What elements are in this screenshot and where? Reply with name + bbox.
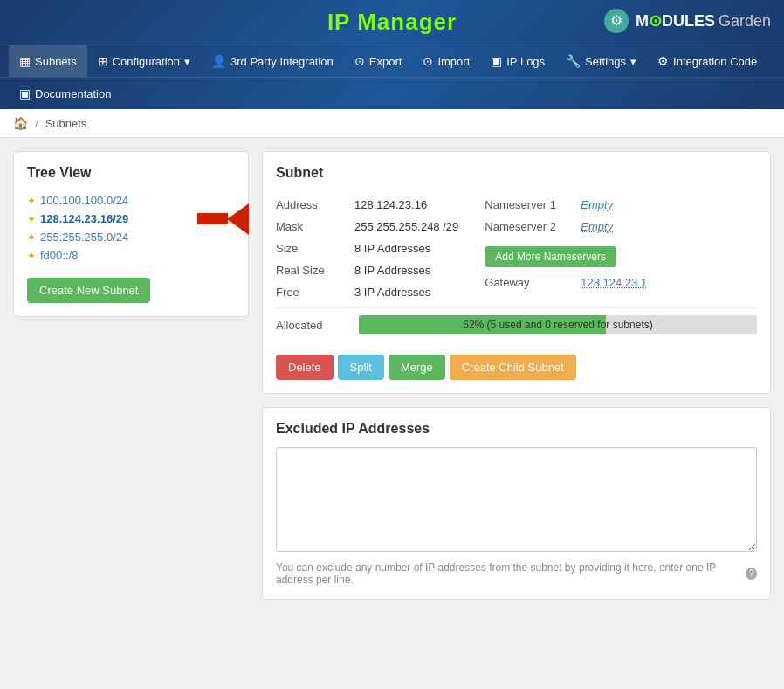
tree-items: ✦ 100.100.100.0/24 ✦ 128.124.23.16/29 ✦ … (27, 191, 235, 265)
progress-bar-container: 62% (5 used and 0 reserved for subnets) (359, 315, 757, 334)
real-size-value: 8 IP Addresses (354, 264, 430, 277)
nav-integration-code[interactable]: ⚙ Integration Code (647, 45, 767, 77)
tree-item-4-link[interactable]: fd00::/8 (40, 249, 78, 262)
breadcrumb-separator: / (35, 117, 38, 130)
tree-item-2-link[interactable]: 128.124.23.16/29 (40, 212, 128, 225)
subnets-icon: ▦ (19, 54, 31, 68)
mask-row: Mask 255.255.255.248 /29 (276, 216, 458, 238)
nav-settings[interactable]: 🔧 Settings ▾ (555, 45, 647, 77)
real-size-label: Real Size (276, 264, 346, 277)
breadcrumb-current: Subnets (45, 117, 87, 130)
logo-garden: Garden (719, 12, 771, 31)
drag-icon-2: ✦ (27, 213, 36, 225)
import-icon: ⊙ (423, 54, 433, 68)
subnet-right-fields: Nameserver 1 Empty Nameserver 2 Empty Ad… (485, 194, 647, 303)
nav-documentation-label: Documentation (35, 87, 111, 100)
nameserver2-row: Nameserver 2 Empty (485, 216, 647, 238)
selection-arrow (197, 203, 249, 235)
nav-3rd-party[interactable]: 👤 3rd Party Integration (201, 45, 344, 77)
logo-icon: ⚙ (604, 9, 629, 33)
gateway-row: Gateway 128.124.23.1 (485, 272, 647, 293)
tree-item-3-link[interactable]: 255.255.255.0/24 (40, 231, 128, 244)
nav-import[interactable]: ⊙ Import (412, 45, 480, 77)
gateway-value[interactable]: 128.124.23.1 (581, 276, 647, 289)
nav-documentation[interactable]: ▣ Documentation (9, 78, 121, 109)
excluded-panel: Excluded IP Addresses You can exclude an… (262, 407, 771, 600)
nameserver2-value[interactable]: Empty (581, 220, 613, 233)
ip-logs-icon: ▣ (491, 54, 502, 68)
navbar-row2: ▣ Documentation (0, 77, 784, 109)
nav-configuration-label: Configuration (113, 55, 180, 68)
drag-icon-3: ✦ (27, 231, 36, 244)
help-icon[interactable]: ? (746, 568, 757, 580)
arrow-body (197, 213, 228, 224)
configuration-dropdown-icon: ▾ (184, 55, 190, 68)
create-child-subnet-button[interactable]: Create Child Subnet (450, 355, 576, 380)
excluded-textarea[interactable] (276, 447, 757, 552)
nav-subnets-label: Subnets (35, 55, 77, 68)
integration-code-icon: ⚙ (657, 54, 669, 68)
drag-icon-1: ✦ (27, 195, 36, 207)
tree-item-2[interactable]: ✦ 128.124.23.16/29 (27, 210, 235, 228)
tree-view-panel: Tree View ✦ 100.100.100.0/24 ✦ 128.124.2… (13, 151, 249, 317)
settings-icon: 🔧 (566, 54, 581, 68)
subnet-panel: Subnet Address 128.124.23.16 Mask 255.25… (262, 151, 771, 394)
nav-ip-logs[interactable]: ▣ IP Logs (480, 45, 555, 77)
merge-button[interactable]: Merge (389, 355, 445, 380)
documentation-icon: ▣ (19, 86, 31, 100)
nameserver2-label: Nameserver 2 (485, 220, 572, 233)
delete-button[interactable]: Delete (276, 355, 334, 380)
nav-integration-code-label: Integration Code (673, 55, 757, 68)
add-nameservers-row: Add More Nameservers (485, 238, 647, 272)
free-value: 3 IP Addresses (354, 286, 430, 299)
navbar-row1: ▦ Subnets ⊞ Configuration ▾ 👤 3rd Party … (0, 45, 784, 77)
nav-export[interactable]: ⊙ Export (344, 45, 413, 77)
address-value: 128.124.23.16 (354, 198, 427, 211)
address-label: Address (276, 198, 346, 211)
add-nameservers-button[interactable]: Add More Nameservers (485, 246, 616, 267)
drag-icon-4: ✦ (27, 250, 36, 262)
split-button[interactable]: Split (338, 355, 384, 380)
settings-dropdown-icon: ▾ (630, 55, 636, 68)
excluded-help: You can exclude any number of IP address… (276, 562, 757, 586)
action-buttons: Delete Split Merge Create Child Subnet (276, 355, 757, 380)
subnet-left-fields: Address 128.124.23.16 Mask 255.255.255.2… (276, 194, 458, 303)
nav-ip-logs-label: IP Logs (506, 55, 545, 68)
allocated-label: Allocated (276, 319, 346, 332)
subnet-fields: Address 128.124.23.16 Mask 255.255.255.2… (276, 194, 757, 303)
progress-text: 62% (5 used and 0 reserved for subnets) (463, 319, 652, 331)
nav-export-label: Export (369, 55, 402, 68)
home-icon[interactable]: 🏠 (13, 116, 28, 130)
nameserver1-row: Nameserver 1 Empty (485, 194, 647, 216)
3rd-party-icon: 👤 (211, 54, 226, 68)
free-label: Free (276, 286, 346, 299)
nav-configuration[interactable]: ⊞ Configuration ▾ (87, 45, 201, 77)
create-subnet-button[interactable]: Create New Subnet (27, 278, 150, 303)
tree-item-4[interactable]: ✦ fd00::/8 (27, 246, 235, 265)
nameserver1-value[interactable]: Empty (581, 198, 613, 211)
address-row: Address 128.124.23.16 (276, 194, 458, 216)
mask-value: 255.255.255.248 /29 (354, 220, 458, 233)
nav-import-label: Import (437, 55, 470, 68)
nav-settings-label: Settings (585, 55, 626, 68)
gateway-label: Gateway (485, 276, 572, 289)
right-column: Subnet Address 128.124.23.16 Mask 255.25… (262, 151, 771, 600)
size-row: Size 8 IP Addresses (276, 238, 458, 259)
real-size-row: Real Size 8 IP Addresses (276, 259, 458, 281)
subnet-title: Subnet (276, 165, 757, 181)
nav-subnets[interactable]: ▦ Subnets (9, 45, 87, 77)
excluded-title: Excluded IP Addresses (276, 421, 757, 437)
tree-view-title: Tree View (27, 165, 235, 181)
allocated-row: Allocated 62% (5 used and 0 reserved for… (276, 307, 757, 341)
breadcrumb: 🏠 / Subnets (0, 109, 784, 138)
main-content: Tree View ✦ 100.100.100.0/24 ✦ 128.124.2… (0, 138, 784, 613)
tree-item-1-link[interactable]: 100.100.100.0/24 (40, 194, 128, 207)
arrow-head (227, 203, 249, 235)
nameserver1-label: Nameserver 1 (485, 198, 572, 211)
logo-modules: M⊙DULES (636, 11, 715, 31)
size-label: Size (276, 242, 346, 255)
logo: ⚙ M⊙DULESGarden (604, 9, 771, 33)
size-value: 8 IP Addresses (354, 242, 430, 255)
excluded-help-text: You can exclude any number of IP address… (276, 562, 741, 586)
export-icon: ⊙ (354, 54, 365, 68)
